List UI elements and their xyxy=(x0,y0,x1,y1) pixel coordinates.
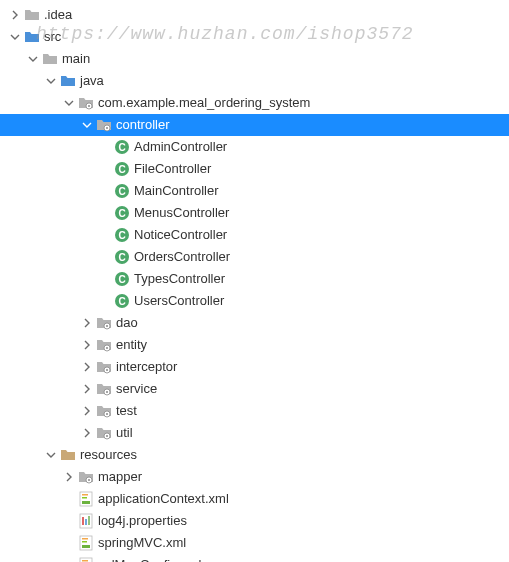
svg-text:C: C xyxy=(118,208,125,219)
chevron-right-icon[interactable] xyxy=(80,338,94,352)
tree-label: dao xyxy=(116,312,138,334)
tree-row[interactable]: CMenusController xyxy=(0,202,509,224)
tree-label: main xyxy=(62,48,90,70)
class-icon: C xyxy=(114,271,130,287)
svg-text:C: C xyxy=(118,186,125,197)
properties-file-icon xyxy=(78,513,94,529)
chevron-right-icon[interactable] xyxy=(80,360,94,374)
svg-text:C: C xyxy=(118,230,125,241)
package-icon xyxy=(96,315,112,331)
project-tree[interactable]: .ideasrcmainjavacom.example.meal_orderin… xyxy=(0,0,509,562)
svg-point-3 xyxy=(106,127,108,129)
xml-file-icon xyxy=(78,535,94,551)
folder-icon xyxy=(42,51,58,67)
tree-label: entity xyxy=(116,334,147,356)
svg-rect-35 xyxy=(82,501,90,504)
chevron-down-icon[interactable] xyxy=(80,118,94,132)
tree-label: AdminController xyxy=(134,136,227,158)
svg-rect-41 xyxy=(88,516,90,525)
tree-label: util xyxy=(116,422,133,444)
svg-text:C: C xyxy=(118,164,125,175)
tree-row[interactable]: COrdersController xyxy=(0,246,509,268)
tree-row[interactable]: test xyxy=(0,400,509,422)
tree-label: MenusController xyxy=(134,202,229,224)
tree-row[interactable]: CTypesController xyxy=(0,268,509,290)
folder-icon xyxy=(24,7,40,23)
class-icon: C xyxy=(114,205,130,221)
tree-row[interactable]: CUsersController xyxy=(0,290,509,312)
tree-row[interactable]: .idea xyxy=(0,4,509,26)
svg-point-21 xyxy=(106,325,108,327)
svg-rect-37 xyxy=(82,497,87,499)
tree-label: OrdersController xyxy=(134,246,230,268)
chevron-down-icon[interactable] xyxy=(8,30,22,44)
tree-row[interactable]: com.example.meal_ordering_system xyxy=(0,92,509,114)
svg-text:C: C xyxy=(118,142,125,153)
svg-point-1 xyxy=(88,105,90,107)
svg-point-25 xyxy=(106,369,108,371)
tree-label: applicationContext.xml xyxy=(98,488,229,510)
tree-row[interactable]: CMainController xyxy=(0,180,509,202)
tree-row[interactable]: sqlMapConfig.xml xyxy=(0,554,509,562)
tree-row[interactable]: log4j.properties xyxy=(0,510,509,532)
svg-rect-40 xyxy=(85,519,87,525)
svg-point-33 xyxy=(88,479,90,481)
class-icon: C xyxy=(114,183,130,199)
package-icon xyxy=(96,403,112,419)
tree-label: UsersController xyxy=(134,290,224,312)
tree-row[interactable]: mapper xyxy=(0,466,509,488)
tree-row[interactable]: src xyxy=(0,26,509,48)
tree-row[interactable]: applicationContext.xml xyxy=(0,488,509,510)
tree-row[interactable]: CNoticeController xyxy=(0,224,509,246)
tree-row[interactable]: CAdminController xyxy=(0,136,509,158)
chevron-right-icon[interactable] xyxy=(80,404,94,418)
chevron-right-icon[interactable] xyxy=(62,470,76,484)
package-icon xyxy=(96,359,112,375)
tree-label: resources xyxy=(80,444,137,466)
chevron-down-icon[interactable] xyxy=(62,96,76,110)
svg-rect-44 xyxy=(82,538,88,540)
chevron-right-icon[interactable] xyxy=(80,316,94,330)
tree-label: .idea xyxy=(44,4,72,26)
chevron-down-icon[interactable] xyxy=(44,74,58,88)
tree-row[interactable]: springMVC.xml xyxy=(0,532,509,554)
tree-row[interactable]: controller xyxy=(0,114,509,136)
xml-file-icon xyxy=(78,491,94,507)
folder-icon xyxy=(60,447,76,463)
xml-file-icon xyxy=(78,557,94,562)
tree-label: TypesController xyxy=(134,268,225,290)
svg-point-31 xyxy=(106,435,108,437)
folder-icon xyxy=(24,29,40,45)
package-icon xyxy=(78,95,94,111)
tree-label: controller xyxy=(116,114,169,136)
tree-label: src xyxy=(44,26,61,48)
tree-label: mapper xyxy=(98,466,142,488)
tree-row[interactable]: java xyxy=(0,70,509,92)
tree-label: test xyxy=(116,400,137,422)
svg-point-27 xyxy=(106,391,108,393)
tree-row[interactable]: service xyxy=(0,378,509,400)
chevron-right-icon[interactable] xyxy=(80,426,94,440)
class-icon: C xyxy=(114,293,130,309)
tree-row[interactable]: interceptor xyxy=(0,356,509,378)
class-icon: C xyxy=(114,249,130,265)
svg-text:C: C xyxy=(118,252,125,263)
class-icon: C xyxy=(114,161,130,177)
chevron-down-icon[interactable] xyxy=(26,52,40,66)
tree-label: NoticeController xyxy=(134,224,227,246)
svg-point-29 xyxy=(106,413,108,415)
tree-label: java xyxy=(80,70,104,92)
tree-label: MainController xyxy=(134,180,219,202)
tree-row[interactable]: main xyxy=(0,48,509,70)
svg-rect-45 xyxy=(82,541,87,543)
chevron-down-icon[interactable] xyxy=(44,448,58,462)
tree-row[interactable]: entity xyxy=(0,334,509,356)
chevron-right-icon[interactable] xyxy=(8,8,22,22)
tree-row[interactable]: resources xyxy=(0,444,509,466)
tree-row[interactable]: CFileController xyxy=(0,158,509,180)
tree-label: sqlMapConfig.xml xyxy=(98,554,201,562)
class-icon: C xyxy=(114,139,130,155)
chevron-right-icon[interactable] xyxy=(80,382,94,396)
tree-row[interactable]: dao xyxy=(0,312,509,334)
tree-row[interactable]: util xyxy=(0,422,509,444)
